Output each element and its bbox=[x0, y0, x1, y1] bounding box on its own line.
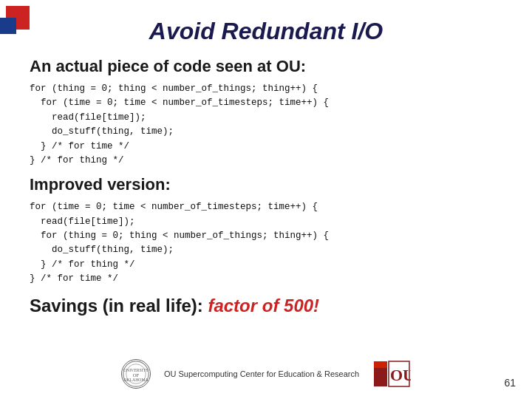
page-number: 61 bbox=[504, 377, 516, 389]
footer-text: OU Supercomputing Center for Education &… bbox=[164, 369, 359, 378]
slide: Avoid Redundant I/O An actual piece of c… bbox=[0, 0, 532, 399]
slide-title: Avoid Redundant I/O bbox=[30, 18, 502, 45]
savings-line: Savings (in real life): factor of 500! bbox=[30, 296, 502, 316]
ou-logo: OU bbox=[372, 360, 411, 388]
savings-label: Savings (in real life): bbox=[30, 296, 208, 316]
blue-square bbox=[0, 18, 16, 34]
svg-rect-6 bbox=[374, 361, 387, 368]
footer: UNIVERSITY OF OKLAHOMA OU Supercomputing… bbox=[0, 359, 532, 389]
seal-logo: UNIVERSITY OF OKLAHOMA bbox=[121, 359, 151, 389]
subtitle-2: Improved version: bbox=[30, 175, 502, 194]
code-block-2: for (time = 0; time < number_of_timestep… bbox=[30, 200, 502, 286]
code-block-1: for (thing = 0; thing < number_of_things… bbox=[30, 82, 502, 168]
subtitle-2-text: Improved version: bbox=[30, 175, 171, 194]
svg-text:OF: OF bbox=[133, 372, 140, 378]
savings-highlight: factor of 500! bbox=[208, 296, 319, 316]
top-decoration bbox=[0, 0, 44, 44]
subtitle-1: An actual piece of code seen at OU: bbox=[30, 57, 502, 76]
subtitle-1-text: An actual piece of code seen at OU: bbox=[30, 57, 306, 75]
svg-text:OU: OU bbox=[390, 366, 411, 384]
svg-text:OKLAHOMA: OKLAHOMA bbox=[123, 378, 149, 382]
